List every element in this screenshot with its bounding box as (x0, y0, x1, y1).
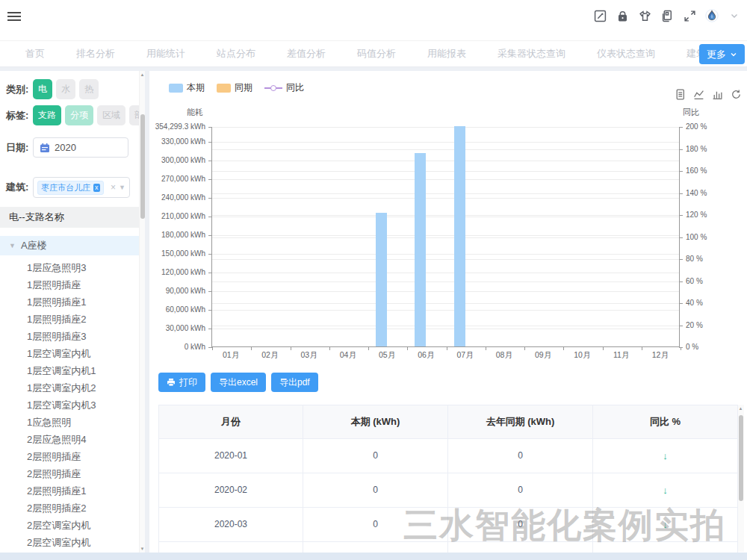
building-tag-text: 枣庄市台儿庄 (41, 182, 90, 193)
sidebar-scroll-thumb[interactable] (140, 114, 145, 219)
sidebar: 类别: 电 水 热 标签: 支路 分项 区域 部门 设备 日期: 2020 建筑… (0, 71, 145, 553)
tab-code-value-analysis[interactable]: 码值分析 (341, 41, 412, 66)
cell-current: 0 (303, 542, 448, 553)
tree-item[interactable]: 1层照明插座2 (0, 311, 145, 328)
export-excel-button[interactable]: 导出excel (211, 373, 266, 392)
more-button[interactable]: 更多 (699, 44, 745, 64)
tree-item[interactable]: 2层照明插座 (0, 465, 145, 482)
tab-site-distribution[interactable]: 站点分布 (201, 41, 271, 66)
tab-home[interactable]: 首页 (10, 41, 61, 66)
tag-chip-area[interactable]: 区域 (97, 105, 125, 125)
tree-item[interactable]: 2层照明插座 (0, 448, 145, 465)
branch-tree-list: 1层应急照明31层照明插座1层照明插座11层照明插座21层照明插座31层空调室内… (0, 259, 145, 553)
legend-line-marker (264, 87, 282, 89)
tab-energy-statistics[interactable]: 用能统计 (131, 41, 201, 66)
tree-item[interactable]: 1层照明插座3 (0, 328, 145, 345)
edit-note-icon[interactable] (593, 9, 607, 22)
cell-month: 2020-03 (158, 508, 303, 541)
building-select[interactable]: 枣庄市台儿庄 x × ▼ (33, 177, 130, 198)
bar-06月[interactable] (415, 153, 426, 346)
tag-chip-branch[interactable]: 支路 (33, 105, 61, 125)
topbar (0, 0, 747, 41)
tab-energy-report[interactable]: 用能报表 (412, 41, 482, 66)
col-header-current: 本期 (kWh) (303, 405, 448, 438)
chart-plot-area (211, 127, 680, 347)
scroll-up-icon[interactable]: ▲ (738, 406, 743, 411)
chart-legend: 本期 同期 同比 (169, 81, 304, 94)
tree-item[interactable]: 1层照明插座 (0, 276, 145, 293)
printer-icon (167, 378, 176, 387)
legend-current-period[interactable]: 本期 (169, 81, 205, 94)
bar-chart-icon[interactable] (712, 89, 723, 100)
bar-05月[interactable] (376, 213, 387, 346)
tree-item[interactable]: 1应急照明 (0, 414, 145, 431)
category-chip-water[interactable]: 水 (56, 79, 75, 99)
cell-month: 2020-02 (158, 473, 303, 507)
category-chip-electric[interactable]: 电 (33, 79, 52, 99)
tree-item[interactable]: 1层空调室内机3 (0, 396, 145, 414)
tab-meter-status[interactable]: 仪表状态查询 (581, 41, 671, 66)
print-label: 打印 (179, 376, 197, 389)
tree-item[interactable]: 1层空调室内机2 (0, 379, 145, 396)
table-row: 2020-01 0 0 ↓ (158, 439, 738, 473)
tab-collector-status[interactable]: 采集器状态查询 (482, 41, 581, 66)
building-tag: 枣庄市台儿庄 x (37, 181, 104, 195)
print-button[interactable]: 打印 (158, 373, 205, 392)
menu-hamburger-icon[interactable] (7, 12, 21, 22)
tab-ranking-analysis[interactable]: 排名分析 (61, 41, 131, 66)
tree-item[interactable]: 2层应急照明4 (0, 431, 145, 448)
tree-item[interactable]: 2层空调室内机 (0, 534, 145, 551)
user-chevron-down-icon[interactable] (728, 9, 741, 22)
line-chart-icon[interactable] (693, 89, 704, 100)
chevron-down-icon (730, 51, 737, 58)
tree-item[interactable]: 2层照明插座2 (0, 500, 145, 517)
cell-month: 2020-04 (158, 542, 303, 553)
restore-icon[interactable] (731, 89, 742, 100)
category-chip-heat[interactable]: 热 (79, 79, 99, 99)
x-axis-label: 08月 (485, 350, 524, 361)
tree-item[interactable]: 1层空调室内机1 (0, 362, 145, 379)
x-axis-label: 06月 (406, 350, 445, 361)
legend-yoy[interactable]: 同比 (264, 81, 304, 94)
table-scroll-thumb[interactable] (739, 415, 743, 501)
id-card-icon[interactable] (660, 9, 674, 22)
tree-item[interactable]: 2层空调室内机 (0, 517, 145, 534)
bottom-scrollbar-strip[interactable] (0, 553, 747, 560)
tree-item[interactable]: 1层照明插座1 (0, 293, 145, 311)
theme-shirt-icon[interactable] (638, 9, 651, 22)
tree-node-building-a[interactable]: ▼ A座楼 (0, 236, 145, 255)
cell-lastyear: 0 (448, 473, 593, 507)
caret-down-icon[interactable]: ▼ (9, 242, 16, 249)
col-header-lastyear: 去年同期 (kWh) (448, 405, 593, 438)
tab-difference-analysis[interactable]: 差值分析 (271, 41, 341, 66)
yoy-down-arrow-icon: ↓ (593, 542, 738, 553)
x-axis-label: 04月 (329, 350, 368, 361)
more-label: 更多 (707, 48, 726, 61)
table-scrollbar[interactable]: ▲ (738, 405, 744, 552)
date-input[interactable]: 2020 (33, 137, 128, 158)
scroll-down-icon[interactable]: ▼ (140, 547, 145, 551)
yoy-down-arrow-icon: ↓ (593, 439, 738, 473)
tree-item[interactable]: 2层照明插座1 (0, 482, 145, 500)
calendar-icon (40, 143, 50, 153)
export-pdf-button[interactable]: 导出pdf (271, 373, 318, 392)
tag-remove-icon[interactable]: x (93, 184, 100, 192)
tree-item[interactable]: 1层空调室内机 (0, 345, 145, 362)
scroll-up-icon[interactable]: ▲ (140, 72, 145, 77)
lock-icon[interactable] (616, 9, 629, 22)
left-axis-title: 能耗 (149, 107, 203, 118)
tree-item[interactable]: 1层应急照明3 (0, 259, 145, 276)
x-axis-labels: 01月02月03月04月05月06月07月08月09月10月11月12月 (211, 350, 680, 361)
right-axis-tick-labels: 0 %20 %40 %60 %80 %100 %120 %140 %160 %1… (683, 127, 728, 347)
sidebar-scrollbar[interactable]: ▲ ▼ (139, 71, 145, 553)
left-axis-tick-labels: 0 kWh30,000 kWh60,000 kWh90,000 kWh120,0… (149, 127, 208, 347)
select-clear-icon[interactable]: × (111, 182, 116, 193)
tag-chip-subitem[interactable]: 分项 (65, 105, 93, 125)
tag-label: 标签: (6, 109, 33, 122)
data-view-icon[interactable] (675, 89, 686, 100)
legend-same-period[interactable]: 同期 (217, 81, 252, 94)
select-chevron-icon[interactable]: ▼ (119, 184, 125, 191)
bar-07月[interactable] (454, 126, 465, 346)
fullscreen-icon[interactable] (683, 9, 696, 22)
branch-list-header: 电--支路名称 (0, 207, 145, 228)
